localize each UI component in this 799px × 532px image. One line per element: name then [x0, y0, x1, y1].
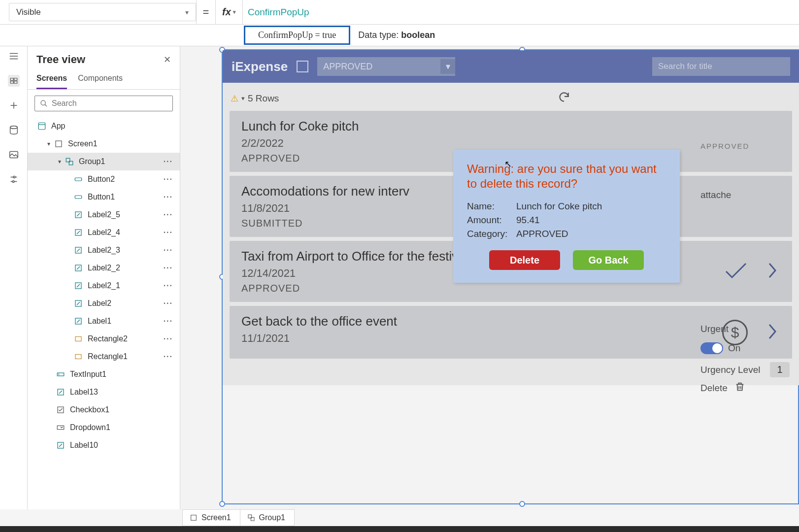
tree-view-icon[interactable]: [8, 75, 20, 87]
urgent-toggle[interactable]: On: [700, 342, 740, 354]
attached-label: attache: [700, 190, 799, 200]
property-selector-value: Visible: [16, 7, 41, 17]
tree-node-label2_2[interactable]: Label2_2···: [28, 259, 180, 277]
goback-button[interactable]: Go Back: [573, 250, 644, 270]
more-icon[interactable]: ···: [161, 210, 176, 219]
more-icon[interactable]: ···: [161, 317, 176, 326]
status-bar: [0, 526, 799, 532]
tree-node-label2_1[interactable]: Label2_1···: [28, 277, 180, 295]
tree-node-group1[interactable]: ▾ Group1 ···: [28, 153, 180, 170]
crumb-group1[interactable]: Group1: [240, 509, 295, 526]
tree-node-label10[interactable]: Label10: [28, 436, 180, 454]
more-icon[interactable]: ···: [161, 281, 176, 290]
app-preview: iExpense APPROVED ▾ Search for title ⚠ ▾…: [223, 50, 799, 385]
tree-node-rectangle2[interactable]: Rectangle2···: [28, 330, 180, 348]
tree-node-label13[interactable]: Label13: [28, 383, 180, 401]
more-icon[interactable]: ···: [161, 299, 176, 308]
popup-name-label: Name:: [467, 201, 516, 212]
tree-node-label1[interactable]: Label1···: [28, 312, 180, 330]
status-dropdown[interactable]: APPROVED ▾: [317, 57, 455, 76]
rows-count: 5 Rows: [248, 93, 279, 104]
fx-button[interactable]: fx ▾: [216, 0, 243, 24]
trash-icon[interactable]: [734, 381, 745, 395]
search-icon: [40, 100, 48, 107]
tree-node-label2_3[interactable]: Label2_3···: [28, 241, 180, 259]
tree-node-label2_4[interactable]: Label2_4···: [28, 224, 180, 241]
svg-rect-23: [57, 426, 64, 430]
settings-icon[interactable]: [8, 173, 20, 185]
tree-node-button1[interactable]: Button1···: [28, 188, 180, 206]
popup-amount-value: 95.41: [516, 215, 540, 226]
popup-name-value: Lunch for Coke pitch: [516, 201, 602, 212]
tab-components[interactable]: Components: [78, 71, 123, 89]
warning-icon: ⚠: [231, 93, 238, 104]
svg-rect-18: [75, 337, 81, 341]
more-icon[interactable]: ···: [161, 246, 176, 255]
tree-node-dropdown1[interactable]: Dropdown1: [28, 419, 180, 436]
label-icon: [73, 316, 84, 327]
more-icon[interactable]: ···: [161, 334, 176, 343]
data-icon[interactable]: [8, 124, 20, 136]
hamburger-icon[interactable]: [8, 50, 20, 62]
svg-point-0: [10, 126, 17, 129]
tree-node-screen1[interactable]: ▾ Screen1: [28, 135, 180, 153]
tree-node-checkbox1[interactable]: Checkbox1: [28, 401, 180, 419]
refresh-icon[interactable]: [558, 91, 570, 106]
tree-node-button2[interactable]: Button2···: [28, 170, 180, 188]
more-icon[interactable]: ···: [161, 228, 176, 237]
label-icon: [73, 227, 84, 238]
popup-category-value: APPROVED: [516, 229, 568, 239]
more-icon[interactable]: ···: [161, 264, 176, 272]
app-icon: [36, 121, 47, 132]
svg-point-4: [41, 100, 45, 105]
tree-node-label2_5[interactable]: Label2_5···: [28, 206, 180, 224]
media-icon[interactable]: [8, 149, 20, 161]
tree-tabs: Screens Components: [28, 69, 180, 90]
popup-category-label: Category:: [467, 229, 516, 239]
formula-result-bar: ConfirmPopUp = true Data type: boolean: [0, 25, 799, 46]
dropdown-icon: [55, 422, 66, 433]
more-icon[interactable]: ···: [161, 193, 176, 201]
label-icon: [73, 245, 84, 256]
delete-button[interactable]: Delete: [489, 250, 560, 270]
formula-input[interactable]: ConfirmPopUp: [243, 0, 799, 24]
tree-node-app[interactable]: App: [28, 117, 180, 135]
rectangle-icon: [73, 351, 84, 362]
tree-list: App ▾ Screen1 ▾ Group1 ··· Button2··· Bu…: [28, 117, 180, 509]
label-icon: [73, 209, 84, 220]
tree-node-rectangle1[interactable]: Rectangle1···: [28, 348, 180, 366]
app-title: iExpense: [232, 59, 288, 74]
chevron-down-icon: ▾: [233, 9, 236, 15]
close-icon[interactable]: ✕: [164, 54, 171, 65]
more-icon[interactable]: ···: [161, 157, 176, 166]
left-rail: [0, 46, 28, 509]
tree-node-textinput1[interactable]: TextInput1: [28, 366, 180, 383]
more-icon[interactable]: ···: [161, 175, 176, 184]
svg-rect-10: [75, 196, 82, 199]
datatype-label: Data type: boolean: [358, 30, 435, 40]
svg-point-3: [12, 181, 14, 183]
title-search-input[interactable]: Search for title: [652, 57, 790, 76]
crumb-screen1[interactable]: Screen1: [182, 509, 240, 526]
property-selector[interactable]: Visible ▾: [9, 3, 196, 21]
detail-panel: APPROVED attache Urgent On Urgency Level…: [700, 142, 799, 399]
group-icon: [64, 156, 75, 167]
label-icon: [73, 298, 84, 309]
urgency-label: Urgency Level: [700, 365, 760, 375]
button-icon: [73, 174, 84, 185]
insert-icon[interactable]: [8, 100, 20, 111]
tree-search-input[interactable]: Search: [34, 96, 173, 111]
svg-rect-25: [191, 515, 197, 521]
more-icon[interactable]: ···: [161, 352, 176, 361]
tree-node-label2[interactable]: Label2···: [28, 295, 180, 312]
urgency-value: 1: [770, 362, 789, 377]
header-checkbox[interactable]: [297, 61, 308, 72]
resize-handle[interactable]: [219, 501, 225, 507]
urgent-label: Urgent: [700, 324, 799, 334]
app-body: ⚠ ▾ 5 Rows Lunch for Coke pitch 2/2/2022…: [223, 83, 799, 385]
group-icon: [247, 514, 255, 522]
tab-screens[interactable]: Screens: [36, 71, 67, 89]
canvas[interactable]: iExpense APPROVED ▾ Search for title ⚠ ▾…: [180, 46, 799, 509]
equals-label: =: [196, 0, 216, 24]
resize-handle[interactable]: [519, 501, 525, 507]
